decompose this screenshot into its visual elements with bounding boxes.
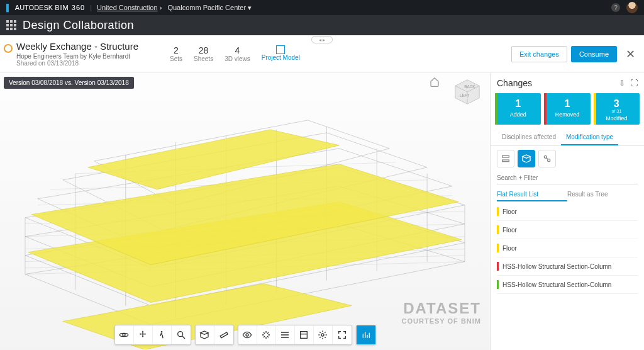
version-compare-badge: Version 03/08/2018 vs. Version 03/13/201…: [4, 77, 134, 89]
result-label: HSS-Hollow Structural Section-Column: [502, 263, 611, 270]
svg-text:BACK: BACK: [464, 84, 475, 89]
result-label: Floor: [502, 208, 517, 215]
svg-line-42: [547, 158, 548, 160]
package-title: Weekly Exchange - Structure: [16, 41, 138, 52]
close-icon[interactable]: ✕: [626, 47, 635, 61]
search-input[interactable]: [497, 172, 638, 184]
results-list: FloorFloorFloorHSS-Hollow Structural Sec…: [491, 201, 644, 350]
module-title: Design Collaboration: [23, 19, 134, 32]
project-model-icon: [276, 45, 285, 54]
result-item[interactable]: Floor: [497, 203, 638, 221]
fullscreen-tool[interactable]: [333, 325, 352, 344]
status-bar-icon: [497, 225, 499, 234]
timeline-drag-handle[interactable]: ◂ ▸: [311, 36, 333, 43]
walk-tool[interactable]: [153, 325, 172, 344]
svg-point-27: [177, 332, 182, 337]
svg-rect-38: [502, 155, 509, 157]
settings-tool[interactable]: [314, 325, 333, 344]
section-tool[interactable]: [196, 325, 214, 344]
consume-button[interactable]: Consume: [571, 46, 617, 62]
svg-line-28: [182, 336, 185, 339]
exit-changes-button[interactable]: Exit changes: [511, 46, 567, 62]
svg-rect-31: [301, 332, 308, 339]
viewer-toolbar: [114, 325, 376, 345]
stat-project-model[interactable]: Project Model: [262, 45, 300, 62]
building-wireframe: [0, 73, 490, 349]
autodesk-logo-icon: ▌: [6, 4, 11, 11]
result-label: Floor: [502, 227, 517, 234]
svg-point-33: [321, 334, 324, 336]
changes-panel: Changes ⇩ ⛶ 1 Added 1 Removed 3 of 31 Mo…: [490, 73, 644, 350]
card-added[interactable]: 1 Added: [495, 93, 541, 125]
svg-text:LEFT: LEFT: [460, 93, 470, 98]
result-item[interactable]: HSS-Hollow Structural Section-Column: [497, 276, 638, 294]
panel-title: Changes: [497, 78, 614, 88]
pan-tool[interactable]: [134, 325, 153, 344]
module-header: Design Collaboration: [0, 15, 644, 35]
result-item[interactable]: Floor: [497, 239, 638, 257]
measure-tool[interactable]: [214, 325, 233, 344]
stat-sheets[interactable]: 28 Sheets: [194, 45, 213, 62]
breadcrumb-account[interactable]: United Construction: [97, 4, 158, 11]
result-label: HSS-Hollow Structural Section-Column: [502, 281, 611, 288]
package-status-icon: [4, 44, 13, 53]
result-label: Floor: [502, 245, 517, 252]
properties-tool[interactable]: [295, 325, 314, 344]
result-item[interactable]: Floor: [497, 221, 638, 239]
filter-category-icon[interactable]: [518, 150, 535, 167]
brand-text: AUTODESK BIM 360: [15, 4, 85, 11]
svg-point-25: [123, 334, 125, 336]
status-bar-icon: [497, 244, 499, 252]
stat-3dviews[interactable]: 4 3D views: [225, 45, 250, 62]
status-bar-icon: [497, 207, 499, 216]
explode-tool[interactable]: [257, 325, 276, 344]
filter-type-icon[interactable]: [538, 150, 556, 167]
card-removed[interactable]: 1 Removed: [544, 93, 590, 125]
tab-modification-type[interactable]: Modification type: [561, 130, 618, 145]
firstperson-tool[interactable]: [238, 325, 257, 344]
package-byline: Hope Engineers Team by Kyle Bernhardt: [16, 53, 138, 60]
svg-rect-29: [220, 332, 228, 338]
home-icon[interactable]: [430, 77, 440, 87]
package-shared-date: Shared on 03/13/2018: [16, 60, 138, 67]
tab-disciplines[interactable]: Disciplines affected: [497, 130, 561, 145]
result-item[interactable]: HSS-Hollow Structural Section-Column: [497, 257, 638, 276]
avatar[interactable]: [626, 2, 638, 13]
viewcube[interactable]: LEFT BACK: [452, 77, 482, 107]
orbit-tool[interactable]: [115, 325, 134, 344]
expand-icon[interactable]: ⛶: [630, 79, 638, 88]
module-switcher-icon[interactable]: [6, 20, 16, 30]
card-modified[interactable]: 3 of 31 Modified: [594, 93, 640, 125]
breadcrumb-project[interactable]: Qualcomm Pacific Center ▾: [167, 4, 252, 12]
pin-icon[interactable]: ⇩: [619, 79, 625, 88]
tab-flat-list[interactable]: Flat Result List: [497, 188, 567, 201]
svg-point-30: [246, 334, 248, 336]
status-bar-icon: [497, 262, 499, 271]
modelbrowser-tool[interactable]: [276, 325, 295, 344]
changes-tool[interactable]: [357, 325, 375, 344]
zoom-tool[interactable]: [172, 325, 191, 344]
filter-list-icon[interactable]: [497, 150, 514, 167]
tab-tree[interactable]: Result as Tree: [567, 188, 638, 201]
separator: |: [90, 4, 92, 11]
stat-sets[interactable]: 2 Sets: [170, 45, 182, 62]
help-icon[interactable]: ?: [611, 3, 620, 12]
status-bar-icon: [497, 280, 499, 289]
global-top-bar: ▌ AUTODESK BIM 360 | United Construction…: [0, 0, 644, 15]
svg-point-26: [161, 331, 163, 333]
breadcrumb-sep: ›: [158, 4, 164, 11]
model-viewport[interactable]: Version 03/08/2018 vs. Version 03/13/201…: [0, 73, 490, 350]
svg-rect-39: [502, 160, 509, 162]
